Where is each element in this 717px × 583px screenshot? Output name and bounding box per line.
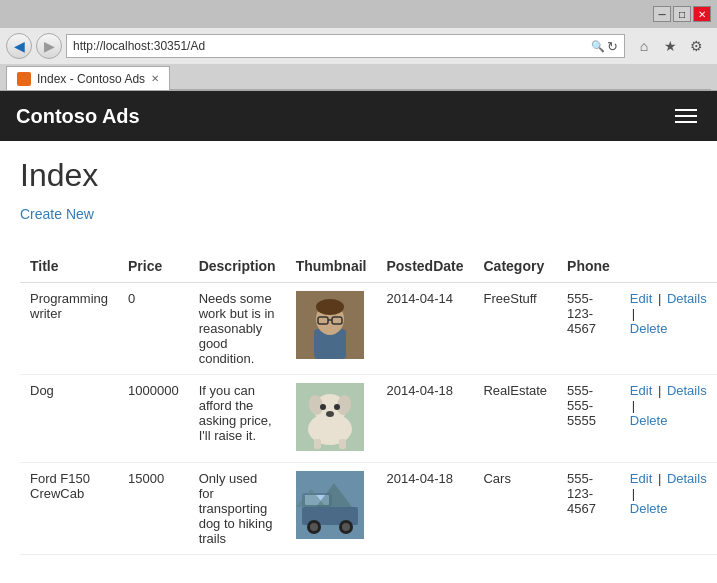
separator-1: | bbox=[658, 471, 665, 486]
address-icons: 🔍 ↻ bbox=[591, 39, 618, 54]
cell-thumbnail bbox=[286, 283, 377, 375]
details-link[interactable]: Details bbox=[667, 383, 707, 398]
edit-link[interactable]: Edit bbox=[630, 291, 652, 306]
app-brand: Contoso Ads bbox=[16, 105, 140, 128]
cell-description: Only used for transporting dog to hiking… bbox=[189, 463, 286, 555]
search-icon[interactable]: 🔍 bbox=[591, 40, 605, 53]
cell-phone: 555-123-4567 bbox=[557, 463, 620, 555]
separator-2: | bbox=[632, 398, 635, 413]
cell-title: Programming writer bbox=[20, 283, 118, 375]
minimize-button[interactable]: ─ bbox=[653, 6, 671, 22]
cell-category: FreeStuff bbox=[473, 283, 557, 375]
details-link[interactable]: Details bbox=[667, 471, 707, 486]
cell-actions: Edit | Details | Delete bbox=[620, 375, 717, 463]
cell-price: 15000 bbox=[118, 463, 189, 555]
cell-posted-date: 2014-04-14 bbox=[376, 283, 473, 375]
edit-link[interactable]: Edit bbox=[630, 383, 652, 398]
cell-title: Dog bbox=[20, 375, 118, 463]
tab-favicon bbox=[17, 72, 31, 86]
cell-actions: Edit | Details | Delete bbox=[620, 463, 717, 555]
col-actions bbox=[620, 250, 717, 283]
cell-phone: 555-555-5555 bbox=[557, 375, 620, 463]
back-button[interactable]: ◀ bbox=[6, 33, 32, 59]
nav-bar: ◀ ▶ http://localhost:30351/Ad 🔍 ↻ ⌂ ★ ⚙ bbox=[0, 28, 717, 64]
hamburger-line-3 bbox=[675, 121, 697, 123]
details-link[interactable]: Details bbox=[667, 291, 707, 306]
hamburger-line-1 bbox=[675, 109, 697, 111]
settings-icon[interactable]: ⚙ bbox=[685, 35, 707, 57]
table-header-row: Title Price Description Thumbnail Posted… bbox=[20, 250, 717, 283]
svg-rect-16 bbox=[339, 439, 346, 449]
svg-point-6 bbox=[316, 299, 344, 315]
table-row: Dog 1000000 If you can afford the asking… bbox=[20, 375, 717, 463]
tab-label: Index - Contoso Ads bbox=[37, 72, 145, 86]
edit-link[interactable]: Edit bbox=[630, 471, 652, 486]
col-description: Description bbox=[189, 250, 286, 283]
cell-thumbnail bbox=[286, 463, 377, 555]
separator-2: | bbox=[632, 486, 635, 501]
cell-posted-date: 2014-04-18 bbox=[376, 375, 473, 463]
tab-right-area bbox=[170, 64, 711, 90]
tab-close-button[interactable]: ✕ bbox=[151, 73, 159, 84]
forward-button[interactable]: ▶ bbox=[36, 33, 62, 59]
active-tab[interactable]: Index - Contoso Ads ✕ bbox=[6, 66, 170, 90]
cell-title: Ford F150 CrewCab bbox=[20, 463, 118, 555]
browser-right-icons: ⌂ ★ ⚙ bbox=[629, 35, 711, 57]
title-bar: ─ □ ✕ bbox=[0, 0, 717, 28]
refresh-icon[interactable]: ↻ bbox=[607, 39, 618, 54]
table-row: Ford F150 CrewCab 15000 Only used for tr… bbox=[20, 463, 717, 555]
col-price: Price bbox=[118, 250, 189, 283]
delete-link[interactable]: Delete bbox=[630, 501, 668, 516]
hamburger-line-2 bbox=[675, 115, 697, 117]
delete-link[interactable]: Delete bbox=[630, 413, 668, 428]
hamburger-button[interactable] bbox=[671, 105, 701, 127]
cell-posted-date: 2014-04-18 bbox=[376, 463, 473, 555]
favorites-icon[interactable]: ★ bbox=[659, 35, 681, 57]
col-posted-date: PostedDate bbox=[376, 250, 473, 283]
maximize-button[interactable]: □ bbox=[673, 6, 691, 22]
svg-point-14 bbox=[326, 411, 334, 417]
separator-2: | bbox=[632, 306, 635, 321]
title-bar-buttons[interactable]: ─ □ ✕ bbox=[653, 6, 711, 22]
cell-description: If you can afford the asking price, I'll… bbox=[189, 375, 286, 463]
app-navbar: Contoso Ads bbox=[0, 91, 717, 141]
create-new-link[interactable]: Create New bbox=[20, 206, 94, 222]
address-text: http://localhost:30351/Ad bbox=[73, 39, 591, 53]
home-icon[interactable]: ⌂ bbox=[633, 35, 655, 57]
svg-point-22 bbox=[310, 523, 318, 531]
tab-bar: Index - Contoso Ads ✕ bbox=[0, 64, 717, 90]
address-bar[interactable]: http://localhost:30351/Ad 🔍 ↻ bbox=[66, 34, 625, 58]
svg-rect-15 bbox=[314, 439, 321, 449]
cell-actions: Edit | Details | Delete bbox=[620, 283, 717, 375]
svg-point-13 bbox=[334, 404, 340, 410]
col-category: Category bbox=[473, 250, 557, 283]
app-content: Index Create New Title Price Description… bbox=[0, 141, 717, 583]
col-phone: Phone bbox=[557, 250, 620, 283]
cell-price: 1000000 bbox=[118, 375, 189, 463]
cell-category: RealEstate bbox=[473, 375, 557, 463]
delete-link[interactable]: Delete bbox=[630, 321, 668, 336]
cell-description: Needs some work but is in reasonably goo… bbox=[189, 283, 286, 375]
ads-table: Title Price Description Thumbnail Posted… bbox=[20, 250, 717, 555]
col-thumbnail: Thumbnail bbox=[286, 250, 377, 283]
cell-thumbnail bbox=[286, 375, 377, 463]
col-title: Title bbox=[20, 250, 118, 283]
separator-1: | bbox=[658, 383, 665, 398]
close-button[interactable]: ✕ bbox=[693, 6, 711, 22]
cell-category: Cars bbox=[473, 463, 557, 555]
cell-phone: 555-123-4567 bbox=[557, 283, 620, 375]
cell-price: 0 bbox=[118, 283, 189, 375]
svg-point-24 bbox=[342, 523, 350, 531]
svg-point-12 bbox=[320, 404, 326, 410]
table-row: Programming writer 0 Needs some work but… bbox=[20, 283, 717, 375]
page-title: Index bbox=[20, 157, 697, 194]
separator-1: | bbox=[658, 291, 665, 306]
